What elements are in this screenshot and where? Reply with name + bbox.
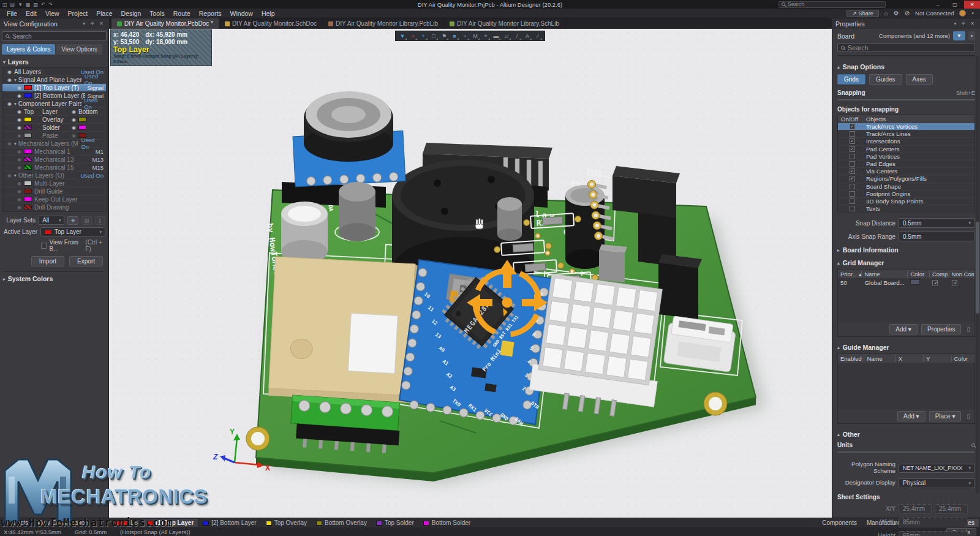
- snap-object-row[interactable]: Track/Arcs Lines: [838, 130, 974, 138]
- filter-chip-polygons[interactable]: Polygons: [930, 55, 960, 56]
- grid-color-swatch[interactable]: [910, 279, 920, 285]
- eye-icon[interactable]: ◉: [69, 109, 78, 115]
- checkbox[interactable]: ✓: [850, 138, 855, 144]
- sheet-x-input[interactable]: 25.4mm: [899, 504, 932, 514]
- snap-object-row[interactable]: ✓Track/Arcs Vertices: [838, 123, 974, 130]
- pcb-component-connector-black-3[interactable]: [658, 254, 702, 319]
- layer-row[interactable]: ◉[1] Top Layer (T)Signal: [2, 84, 106, 92]
- layer-pair-row[interactable]: ◉Overlay◉: [2, 116, 106, 124]
- document-tab[interactable]: DIY Air Quality Monitor.SchDoc: [219, 18, 323, 29]
- checkbox[interactable]: [850, 206, 855, 211]
- trash-icon[interactable]: ▯: [965, 413, 972, 420]
- add-layer-set-button[interactable]: ✛: [67, 216, 78, 225]
- tab-view-options[interactable]: View Options: [56, 44, 102, 55]
- layer-row[interactable]: ◉Drill Guide: [2, 187, 106, 195]
- column-header[interactable]: Y: [924, 355, 951, 362]
- properties-search-input[interactable]: Search: [837, 43, 975, 52]
- snapping-mode-off[interactable]: Off: [929, 100, 974, 100]
- home-icon[interactable]: ⌂: [884, 10, 888, 17]
- layer-pair-row[interactable]: ◉Solder◉: [2, 124, 106, 132]
- text-icon[interactable]: A: [522, 32, 532, 40]
- snap-object-row[interactable]: Footprint Origins: [838, 191, 974, 198]
- scrollbar[interactable]: [976, 56, 979, 493]
- quick-access-toolbar[interactable]: ◫▤▼▦▧↶↷: [0, 2, 53, 7]
- layer-color-swatch[interactable]: [78, 125, 86, 130]
- eye-icon[interactable]: ◉: [5, 77, 14, 83]
- eye-icon[interactable]: ◉: [15, 189, 24, 194]
- multi-route-icon[interactable]: M: [470, 32, 480, 40]
- route-icon[interactable]: ~: [460, 32, 470, 40]
- pcb-component-battery[interactable]: [304, 91, 393, 162]
- filter-chip-fills[interactable]: Fills: [962, 55, 975, 56]
- checkbox[interactable]: [850, 198, 855, 204]
- column-header[interactable]: Color: [952, 355, 975, 362]
- snapping-mode-current-layer[interactable]: Current Layer: [884, 100, 930, 100]
- chevron-down-icon[interactable]: ▾: [14, 77, 17, 83]
- active-layer-select[interactable]: Top Layer▾: [40, 227, 105, 236]
- non-comp-checkbox[interactable]: ✓: [952, 280, 957, 285]
- pcb-3d-viewport[interactable]: RTCGNDVCCSDA32KVCCDisplayFTDIDTRGNDR2C2R…: [109, 29, 832, 518]
- layer-color-swatch[interactable]: [24, 85, 32, 90]
- quick-icon[interactable]: ▧: [34, 2, 39, 7]
- layer-tab[interactable]: Bottom Solder: [419, 519, 475, 527]
- layer-tab[interactable]: LS: [110, 519, 142, 527]
- checkbox[interactable]: ✓: [850, 168, 855, 174]
- eye-icon[interactable]: ◉: [69, 125, 78, 130]
- region-icon[interactable]: ▱: [502, 32, 511, 40]
- snap-button-axes[interactable]: Axes: [906, 74, 933, 85]
- 3d-body-icon[interactable]: ■: [450, 32, 459, 40]
- eye-icon[interactable]: ◉: [15, 125, 24, 130]
- eye-icon[interactable]: ◉: [15, 205, 24, 210]
- menu-project[interactable]: Project: [64, 10, 92, 17]
- eye-icon[interactable]: ◉: [69, 133, 78, 138]
- quick-icon[interactable]: ↶: [41, 2, 45, 7]
- polygon-naming-select[interactable]: NET NAME_LXX_PXXX▾: [899, 464, 975, 473]
- quick-icon[interactable]: ◫: [2, 2, 7, 7]
- board-information-section[interactable]: ▸Board Information: [837, 246, 975, 254]
- layer-row[interactable]: ◉Mechanical 13M13: [2, 156, 106, 164]
- eye-icon[interactable]: ◉: [15, 133, 24, 138]
- sheet-height-input[interactable]: 65mm: [899, 531, 968, 536]
- checkbox[interactable]: [850, 161, 855, 167]
- eye-icon[interactable]: ◉: [15, 117, 24, 123]
- slash-icon[interactable]: /: [512, 32, 522, 40]
- snap-object-row[interactable]: Pad Vertices: [838, 153, 974, 160]
- avatar[interactable]: [959, 10, 966, 17]
- comp-checkbox[interactable]: ✓: [932, 280, 938, 285]
- layer-row[interactable]: ◉▾Mechanical Layers (M)Used On: [2, 140, 106, 148]
- layer-row[interactable]: ◉Keep-Out Layer: [2, 195, 106, 203]
- guide-manager-section[interactable]: ▴Guide Manager: [837, 344, 975, 351]
- share-button[interactable]: ↗Share: [846, 10, 879, 17]
- grid-manager-section[interactable]: ▴Grid Manager: [837, 259, 975, 266]
- column-header[interactable]: Enabled: [838, 355, 864, 362]
- checkbox[interactable]: [850, 131, 855, 137]
- eye-icon[interactable]: ◉: [15, 157, 24, 162]
- quick-icon[interactable]: ↷: [48, 2, 53, 7]
- grid-properties-button[interactable]: Properties: [921, 324, 962, 334]
- layer-row[interactable]: ◉Multi-Layer: [2, 179, 106, 187]
- eye-icon[interactable]: ◉: [5, 69, 14, 75]
- panel-header-icons[interactable]: ▾ ✛ ✕: [83, 21, 105, 26]
- pad-icon[interactable]: ▬: [491, 32, 501, 40]
- grid-add-button[interactable]: Add ▾: [889, 324, 918, 334]
- panel-tab-view-configuration[interactable]: View Configuration: [33, 519, 92, 527]
- eye-icon[interactable]: ◉: [15, 181, 24, 186]
- eye-icon[interactable]: ◉: [15, 109, 24, 115]
- layer-color-swatch[interactable]: [24, 125, 32, 130]
- layer-tab[interactable]: Top Overlay: [262, 519, 311, 527]
- column-header[interactable]: Name: [864, 355, 895, 362]
- eye-icon[interactable]: ◉: [5, 101, 14, 107]
- snapping-mode-all-layers[interactable]: All Layers: [838, 100, 884, 100]
- eye-icon[interactable]: ◉: [69, 117, 78, 123]
- chevron-down-icon[interactable]: ▾: [971, 11, 974, 16]
- pcb-component-capacitor-white[interactable]: [281, 202, 328, 263]
- grid-row[interactable]: 50 Global Board... ✓ ✓: [838, 278, 974, 287]
- pcb-component-connector-black-1[interactable]: [612, 166, 680, 217]
- chevron-down-icon[interactable]: ▾: [14, 101, 17, 107]
- move-icon[interactable]: +: [418, 32, 428, 40]
- close-button[interactable]: ✕: [964, 1, 980, 9]
- layer-tab[interactable]: Bottom Overlay: [312, 519, 371, 527]
- designator-display-select[interactable]: Physical▾: [899, 478, 975, 488]
- snap-distance-select[interactable]: 0.5mm▾: [899, 218, 975, 228]
- save-layer-set-button[interactable]: ▤: [81, 216, 92, 225]
